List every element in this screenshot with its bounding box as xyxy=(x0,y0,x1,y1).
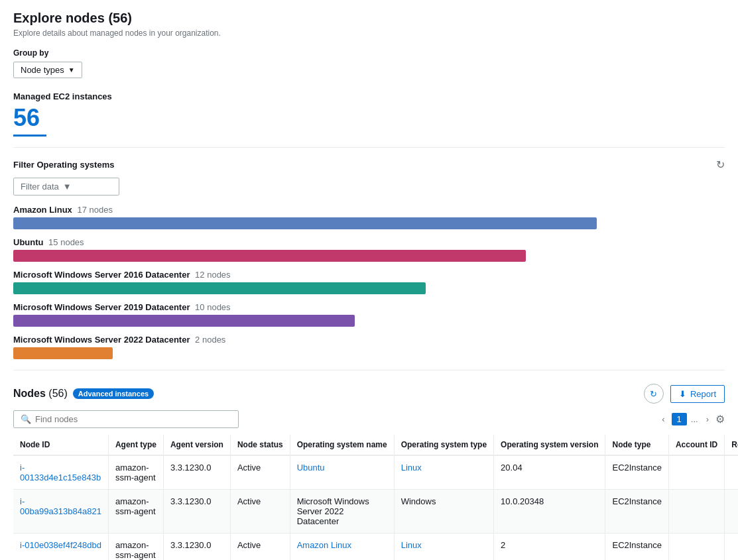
cell-os-type: Linux xyxy=(394,533,493,561)
node-id-link[interactable]: i-010e038ef4f248dbd xyxy=(20,540,101,550)
refresh-nodes-button[interactable]: ↻ xyxy=(644,384,664,404)
filter-header: Filter Operating systems ↻ xyxy=(13,158,725,171)
cell-agent-type: amazon-ssm-agent xyxy=(108,490,163,533)
section-divider xyxy=(13,147,725,148)
nodes-title: Nodes (56) xyxy=(13,388,68,400)
chevron-down-icon: ▼ xyxy=(63,182,72,192)
col-region: Region xyxy=(725,435,738,455)
cell-agent-version: 3.3.1230.0 xyxy=(163,490,230,533)
os-bar xyxy=(13,315,355,327)
table-row: i-00133d4e1c15e843b amazon-ssm-agent 3.3… xyxy=(13,455,738,490)
node-id-link[interactable]: i-00133d4e1c15e843b xyxy=(20,463,101,482)
os-bar-item: Microsoft Windows Server 2019 Datacenter… xyxy=(13,302,725,327)
os-name-label: Amazon Linux 17 nodes xyxy=(13,205,725,215)
cell-node-type: EC2Instance xyxy=(605,533,668,561)
cell-os-name: Ubuntu xyxy=(290,455,394,490)
group-by-section: Group by Node types ▼ xyxy=(13,48,725,78)
table-header-row: Node ID Agent type Agent version Node st… xyxy=(13,435,738,455)
prev-page-button[interactable]: ‹ xyxy=(658,413,668,425)
os-name-label: Microsoft Windows Server 2016 Datacenter… xyxy=(13,270,725,280)
cell-region xyxy=(725,533,738,561)
filter-section: Filter Operating systems ↻ Filter data ▼… xyxy=(13,158,725,359)
cell-node-id: i-00133d4e1c15e843b xyxy=(13,455,108,490)
os-bar xyxy=(13,347,113,359)
col-os-name: Operating system name xyxy=(290,435,394,455)
table-row: i-010e038ef4f248dbd amazon-ssm-agent 3.3… xyxy=(13,533,738,561)
page-dots: ... xyxy=(690,414,700,424)
filter-placeholder: Filter data xyxy=(21,182,59,192)
cell-region xyxy=(725,490,738,533)
os-count-label: 15 nodes xyxy=(48,237,84,247)
page-header: Explore nodes (56) Explore details about… xyxy=(13,11,725,38)
col-node-status: Node status xyxy=(230,435,290,455)
cell-os-type: Linux xyxy=(394,455,493,490)
cell-os-version: 10.0.20348 xyxy=(494,490,605,533)
cell-agent-type: amazon-ssm-agent xyxy=(108,533,163,561)
os-name-label: Microsoft Windows Server 2022 Datacenter… xyxy=(13,335,725,345)
cell-os-version: 2 xyxy=(494,533,605,561)
cell-account-id xyxy=(668,490,724,533)
col-os-version: Operating system version xyxy=(494,435,605,455)
col-os-type: Operating system type xyxy=(394,435,493,455)
section-divider-2 xyxy=(13,370,725,370)
cell-os-version: 20.04 xyxy=(494,455,605,490)
os-bar-item: Ubuntu 15 nodes xyxy=(13,237,725,262)
cell-node-status: Active xyxy=(230,533,290,561)
advanced-instances-badge: Advanced instances xyxy=(73,388,154,399)
managed-ec2-count: 56 xyxy=(13,104,725,132)
page-1-button[interactable]: 1 xyxy=(672,413,687,425)
nodes-table: Node ID Agent type Agent version Node st… xyxy=(13,435,738,560)
os-bar-section: Amazon Linux 17 nodes Ubuntu 15 nodes Mi… xyxy=(13,205,725,359)
cell-os-name: Microsoft Windows Server 2022 Datacenter xyxy=(290,490,394,533)
os-name-label: Ubuntu 15 nodes xyxy=(13,237,725,247)
os-bar xyxy=(13,282,426,294)
os-name-label: Microsoft Windows Server 2019 Datacenter… xyxy=(13,302,725,312)
cell-node-id: i-00ba99a313b84a821 xyxy=(13,490,108,533)
col-node-id: Node ID xyxy=(13,435,108,455)
cell-agent-type: amazon-ssm-agent xyxy=(108,455,163,490)
cell-node-type: EC2Instance xyxy=(605,455,668,490)
page-subtitle: Explore details about managed nodes in y… xyxy=(13,28,725,38)
managed-ec2-section: Managed EC2 instances 56 xyxy=(13,91,725,137)
search-icon: 🔍 xyxy=(21,414,31,424)
search-input-wrap: 🔍 xyxy=(13,410,239,428)
cell-node-status: Active xyxy=(230,490,290,533)
cell-account-id xyxy=(668,455,724,490)
table-row: i-00ba99a313b84a821 amazon-ssm-agent 3.3… xyxy=(13,490,738,533)
os-bar-item: Microsoft Windows Server 2022 Datacenter… xyxy=(13,335,725,359)
chevron-down-icon: ▼ xyxy=(68,66,75,74)
group-by-dropdown[interactable]: Node types ▼ xyxy=(13,62,82,78)
os-bar-item: Microsoft Windows Server 2016 Datacenter… xyxy=(13,270,725,294)
search-input[interactable] xyxy=(35,414,231,424)
managed-ec2-label: Managed EC2 instances xyxy=(13,91,725,101)
nodes-section: Nodes (56) Advanced instances ↻ ⬇ Report… xyxy=(13,384,725,560)
cell-account-id xyxy=(668,533,724,561)
cell-os-type: Windows xyxy=(394,490,493,533)
os-count-label: 12 nodes xyxy=(195,270,231,280)
report-button[interactable]: ⬇ Report xyxy=(670,385,725,403)
refresh-icon[interactable]: ↻ xyxy=(716,158,725,171)
col-agent-type: Agent type xyxy=(108,435,163,455)
managed-ec2-underline xyxy=(13,135,46,137)
cell-agent-version: 3.3.1230.0 xyxy=(163,455,230,490)
next-page-button[interactable]: › xyxy=(702,413,713,425)
os-bar xyxy=(13,250,526,262)
os-bar-item: Amazon Linux 17 nodes xyxy=(13,205,725,229)
group-by-label: Group by xyxy=(13,48,725,58)
col-account-id: Account ID xyxy=(668,435,724,455)
cell-node-status: Active xyxy=(230,455,290,490)
os-count-label: 2 nodes xyxy=(195,335,225,345)
col-agent-version: Agent version xyxy=(163,435,230,455)
settings-icon[interactable]: ⚙ xyxy=(715,413,725,425)
pagination: ‹ 1 ... › ⚙ xyxy=(658,413,725,425)
filter-dropdown[interactable]: Filter data ▼ xyxy=(13,178,119,196)
download-icon: ⬇ xyxy=(679,389,686,399)
search-bar-row: 🔍 ‹ 1 ... › ⚙ xyxy=(13,410,725,428)
cell-region xyxy=(725,455,738,490)
nodes-header: Nodes (56) Advanced instances ↻ ⬇ Report xyxy=(13,384,725,404)
cell-node-id: i-010e038ef4f248dbd xyxy=(13,533,108,561)
cell-os-name: Amazon Linux xyxy=(290,533,394,561)
node-id-link[interactable]: i-00ba99a313b84a821 xyxy=(20,496,101,516)
col-node-type: Node type xyxy=(605,435,668,455)
cell-agent-version: 3.3.1230.0 xyxy=(163,533,230,561)
